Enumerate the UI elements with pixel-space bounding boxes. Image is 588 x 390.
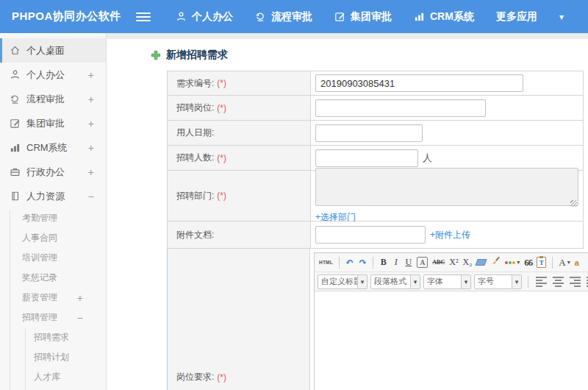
chart-icon bbox=[10, 142, 21, 153]
position-input[interactable] bbox=[315, 99, 486, 117]
edit-icon bbox=[10, 118, 21, 129]
editor-toolbar-row2: 自定义标题 段落格式 字体 bbox=[315, 272, 588, 291]
redo-icon[interactable]: ↷ bbox=[357, 255, 369, 269]
format-brush-icon[interactable] bbox=[489, 255, 502, 269]
editor-content-area[interactable] bbox=[315, 291, 588, 390]
underline-button[interactable]: U bbox=[403, 255, 414, 269]
form-row-position: 招聘岗位: (*) bbox=[167, 96, 584, 121]
paragraph-format-dropdown[interactable]: 段落格式 bbox=[370, 274, 420, 289]
italic-button[interactable]: I bbox=[390, 255, 401, 269]
caret-down-icon[interactable] bbox=[559, 13, 564, 21]
sidebar-item-crm-system[interactable]: CRM系统 + bbox=[0, 135, 106, 160]
attachment-upload-link[interactable]: +附件上传 bbox=[430, 229, 470, 241]
briefcase-icon bbox=[10, 166, 21, 177]
sidebar-item-salary-mgmt[interactable]: 薪资管理+ bbox=[0, 288, 106, 308]
add-icon bbox=[151, 50, 161, 60]
custom-heading-dropdown[interactable]: 自定义标题 bbox=[318, 274, 368, 289]
color-palette-icon[interactable] bbox=[503, 255, 521, 269]
caret-down-icon[interactable] bbox=[357, 275, 367, 288]
highlight-button[interactable]: a bbox=[575, 258, 579, 267]
nav-more-apps[interactable]: 更多应用 bbox=[496, 10, 537, 24]
field-label: 附件文档: bbox=[176, 229, 214, 241]
top-nav: 个人办公 流程审批 集团审批 CRM系统 更多应用 bbox=[176, 10, 564, 24]
user-icon bbox=[10, 69, 21, 80]
required-mark: (*) bbox=[217, 103, 226, 113]
app-logo: PHPOA协同办公软件 bbox=[0, 10, 136, 24]
required-mark: (*) bbox=[217, 78, 226, 88]
html-source-button[interactable]: HTML bbox=[318, 255, 334, 269]
nav-crm-system[interactable]: CRM系统 bbox=[414, 10, 474, 24]
form-row-requirement: 岗位要求: (*) HTML ↶ ↷ B I bbox=[167, 249, 584, 390]
editor-toolbar-row1: HTML ↶ ↷ B I U A ABC X² bbox=[315, 253, 588, 272]
sidebar: 个人桌面 个人办公 + 流程审批 + 集团审批 + CRM系统 + bbox=[0, 33, 107, 390]
font-size-dropdown[interactable]: 字号 bbox=[474, 274, 522, 289]
form-row-department: 招聘部门: (*) +选择部门 bbox=[167, 171, 584, 221]
field-label: 招聘人数: bbox=[176, 152, 214, 164]
sidebar-item-workflow-approval[interactable]: 流程审批 + bbox=[0, 87, 106, 111]
field-label: 岗位要求: bbox=[176, 371, 214, 383]
bold-button[interactable]: B bbox=[378, 255, 389, 269]
char-border-button[interactable]: A bbox=[417, 257, 428, 268]
undo-icon[interactable]: ↶ bbox=[344, 255, 356, 269]
eraser-icon[interactable] bbox=[475, 255, 487, 269]
sidebar-item-admin-office[interactable]: 行政办公 + bbox=[0, 160, 106, 184]
paste-icon[interactable]: T bbox=[535, 255, 548, 269]
page-title: 新增招聘需求 bbox=[107, 39, 588, 71]
required-mark: (*) bbox=[217, 372, 226, 383]
align-right-icon[interactable] bbox=[568, 276, 582, 288]
nav-workflow-approval[interactable]: 流程审批 bbox=[255, 10, 312, 24]
align-justify-icon[interactable] bbox=[585, 276, 588, 288]
sidebar-item-talent-pool[interactable]: 人才库 bbox=[0, 367, 106, 387]
recruit-demand-form: 需求编号: (*) 招聘岗位: (*) bbox=[167, 71, 584, 390]
sidebar-item-human-resources[interactable]: 人力资源 − bbox=[0, 184, 106, 208]
headcount-unit: 人 bbox=[423, 152, 432, 165]
superscript-button[interactable]: X² bbox=[448, 255, 459, 269]
headcount-input[interactable] bbox=[315, 149, 418, 167]
required-mark: (*) bbox=[217, 153, 226, 163]
sidebar-item-recruit-demand[interactable]: 招聘需求 bbox=[0, 327, 106, 347]
align-left-icon[interactable] bbox=[534, 276, 548, 288]
required-mark: (*) bbox=[217, 191, 226, 201]
content-top-strip bbox=[107, 33, 588, 39]
sidebar-item-attendance-mgmt[interactable]: 考勤管理 bbox=[0, 208, 106, 228]
edit-icon bbox=[334, 11, 345, 22]
form-row-use-date: 用人日期: bbox=[167, 121, 584, 146]
department-textarea[interactable] bbox=[315, 168, 578, 206]
blockquote-button[interactable]: 66 bbox=[523, 255, 534, 269]
phpoa-app: PHPOA协同办公软件 个人办公 流程审批 集团审批 CRM系统 更多应用 bbox=[0, 0, 588, 390]
main-content: 新增招聘需求 需求编号: (*) 招聘岗位: (*) bbox=[107, 33, 588, 390]
form-row-headcount: 招聘人数: (*) 人 bbox=[167, 146, 584, 171]
user-icon bbox=[176, 11, 187, 22]
caret-down-icon[interactable] bbox=[410, 275, 420, 288]
sidebar-item-training-mgmt[interactable]: 培训管理 bbox=[0, 248, 106, 268]
attachment-input[interactable] bbox=[315, 226, 426, 244]
sidebar-item-personal-desktop[interactable]: 个人桌面 bbox=[0, 38, 106, 63]
font-family-dropdown[interactable]: 字体 bbox=[423, 274, 471, 289]
subscript-button[interactable]: X₂ bbox=[461, 255, 473, 269]
field-label: 用人日期: bbox=[176, 127, 214, 139]
align-center-icon[interactable] bbox=[551, 276, 565, 288]
flow-icon bbox=[255, 11, 266, 22]
rich-text-editor: HTML ↶ ↷ B I U A ABC X² bbox=[314, 252, 588, 390]
form-row-attachment: 附件文档: +附件上传 bbox=[167, 221, 584, 249]
use-date-input[interactable] bbox=[315, 124, 423, 142]
font-color-button[interactable]: A bbox=[557, 255, 571, 269]
menu-toggle-icon[interactable] bbox=[136, 13, 151, 21]
chart-icon bbox=[414, 11, 425, 22]
sidebar-item-group-approval[interactable]: 集团审批 + bbox=[0, 111, 106, 135]
resize-handle[interactable] bbox=[570, 200, 577, 207]
sidebar-item-recruit-mgmt[interactable]: 招聘管理− bbox=[0, 308, 106, 327]
sidebar-item-recruit-plan[interactable]: 招聘计划 bbox=[0, 347, 106, 367]
sidebar-item-personal-office[interactable]: 个人办公 + bbox=[0, 63, 106, 87]
nav-personal-office[interactable]: 个人办公 bbox=[176, 10, 233, 24]
field-label: 招聘岗位: bbox=[176, 102, 214, 114]
nav-group-approval[interactable]: 集团审批 bbox=[334, 10, 392, 24]
caret-down-icon[interactable] bbox=[512, 275, 521, 288]
home-icon bbox=[10, 45, 21, 56]
caret-down-icon[interactable] bbox=[461, 275, 470, 288]
strikethrough-button[interactable]: ABC bbox=[431, 255, 446, 269]
sidebar-item-hr-contracts[interactable]: 人事合同 bbox=[0, 228, 106, 248]
flow-icon bbox=[10, 93, 21, 104]
demand-no-input[interactable] bbox=[315, 74, 523, 92]
sidebar-item-reward-records[interactable]: 奖惩记录 bbox=[0, 268, 106, 288]
